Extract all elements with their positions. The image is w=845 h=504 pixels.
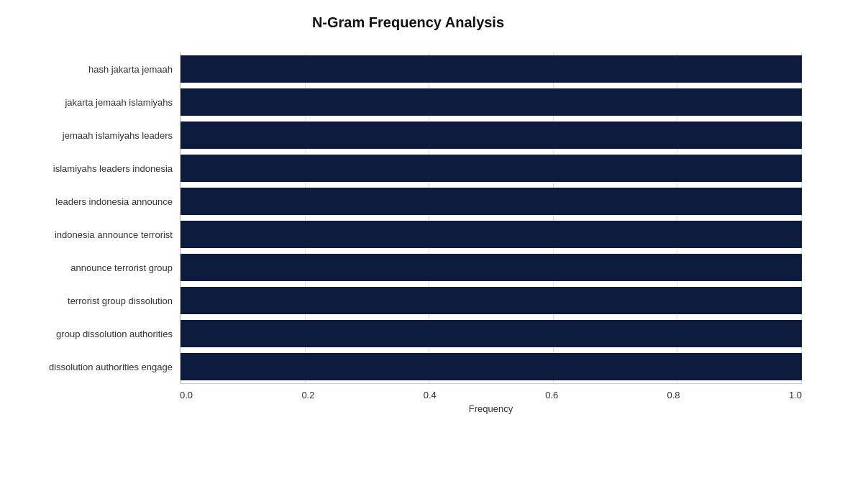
bars-section: hash jakarta jemaahjakarta jemaah islami… — [14, 52, 802, 384]
y-label: islamiyahs leaders indonesia — [14, 152, 173, 185]
y-label: jakarta jemaah islamiyahs — [14, 86, 173, 119]
bar — [181, 287, 802, 314]
bar — [181, 122, 802, 149]
y-label: group dissolution authorities — [14, 318, 173, 351]
chart-area: hash jakarta jemaahjakarta jemaah islami… — [14, 52, 802, 413]
x-tick-label: 1.0 — [789, 390, 802, 400]
bar-row — [181, 317, 802, 350]
y-label: leaders indonesia announce — [14, 185, 173, 218]
x-tick-label: 0.8 — [667, 390, 680, 400]
y-label: announce terrorist group — [14, 252, 173, 285]
x-axis-labels: 0.00.20.40.60.81.0 — [180, 384, 802, 403]
bars-wrapper — [180, 52, 802, 384]
y-label: terrorist group dissolution — [14, 285, 173, 318]
y-labels: hash jakarta jemaahjakarta jemaah islami… — [14, 52, 180, 384]
bar — [181, 221, 802, 248]
chart-container: N-Gram Frequency Analysis hash jakarta j… — [0, 0, 845, 504]
y-label: hash jakarta jemaah — [14, 52, 173, 86]
bar-row — [181, 152, 802, 185]
bar-row — [181, 218, 802, 251]
y-label: indonesia announce terrorist — [14, 218, 173, 251]
bar — [181, 353, 802, 380]
bar — [181, 320, 802, 347]
bar — [181, 155, 802, 182]
y-label: dissolution authorities engage — [14, 351, 173, 384]
bar — [181, 188, 802, 215]
bar-row — [181, 119, 802, 152]
x-tick-label: 0.4 — [424, 390, 437, 400]
y-label: jemaah islamiyahs leaders — [14, 119, 173, 152]
bar-row — [181, 52, 802, 86]
chart-title: N-Gram Frequency Analysis — [14, 14, 802, 31]
bar — [181, 55, 802, 83]
bar — [181, 88, 802, 116]
x-tick-label: 0.2 — [301, 390, 314, 400]
bar-row — [181, 284, 802, 317]
x-tick-label: 0.0 — [180, 390, 193, 400]
bar-row — [181, 251, 802, 284]
x-tick-label: 0.6 — [545, 390, 558, 400]
bar-row — [181, 185, 802, 218]
bar-row — [181, 86, 802, 119]
bar — [181, 254, 802, 281]
x-axis-title: Frequency — [180, 403, 802, 414]
bar-row — [181, 350, 802, 383]
